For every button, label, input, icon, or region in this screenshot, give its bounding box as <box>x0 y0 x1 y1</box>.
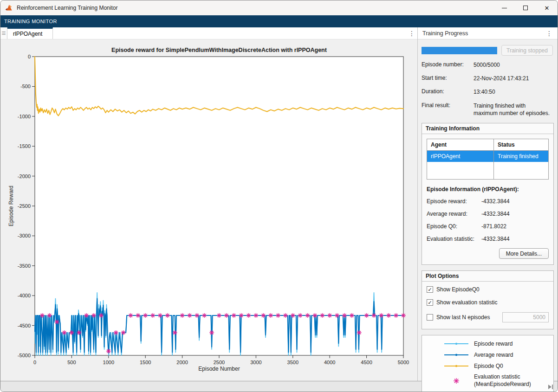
episode-info-title: Episode Information (rlPPOAgent): <box>427 186 549 193</box>
legend-line-episode-q0-icon <box>443 362 469 370</box>
document-actions-menu-icon[interactable]: ⋮ <box>406 27 417 39</box>
x-tick-label: 3500 <box>287 360 298 365</box>
table-empty-row <box>427 162 549 180</box>
field-value: Training finished with maximum number of… <box>474 102 551 117</box>
x-tick-label: 4500 <box>361 360 372 365</box>
training-stopped-button: Training stopped <box>501 45 553 56</box>
x-tick-label: 2000 <box>176 360 188 365</box>
stat-episode-q0: Episode Q0: -871.8022 <box>427 223 549 230</box>
y-tick-label: 0 <box>28 54 31 59</box>
checkbox-label: Show EpisodeQ0 <box>436 286 480 293</box>
y-tick-label: -4500 <box>18 323 31 328</box>
x-tick-label: 4000 <box>324 360 335 365</box>
titlebar: Reinforcement Learning Training Monitor … <box>0 0 558 15</box>
column-status: Status <box>494 139 549 150</box>
stat-label: Average reward: <box>427 211 481 217</box>
checkbox-show-last-n-episodes[interactable] <box>427 314 433 321</box>
field-episode-number: Episode number: 5000/5000 <box>422 61 554 69</box>
expand-panel-icon[interactable] <box>547 384 554 390</box>
x-tick-label: 1000 <box>103 360 114 365</box>
close-icon: ✕ <box>545 5 550 11</box>
app-window: Reinforcement Learning Training Monitor … <box>0 0 558 392</box>
main-area: ☰ rlPPOAgent ⋮ 0500100015002000250030003… <box>0 27 558 381</box>
agent-status-table: Agent Status rlPPOAgent Training finishe… <box>427 139 549 180</box>
legend-asterisk-icon <box>443 377 469 385</box>
y-tick-label: -3000 <box>18 233 31 238</box>
chart-legend: Episode reward Average reward Episode Q0… <box>422 335 554 392</box>
field-final-result: Final result: Training finished with max… <box>422 102 554 117</box>
y-tick-label: -2000 <box>18 174 31 179</box>
legend-label: Average reward <box>474 352 513 359</box>
panel-actions-menu-icon[interactable]: ⋮ <box>544 30 555 37</box>
document-tabstrip: ☰ rlPPOAgent ⋮ <box>0 27 417 39</box>
last-n-episodes-input <box>502 312 549 322</box>
training-information-group: Training Information Agent Status rlPPOA… <box>422 123 554 265</box>
stat-value: -4332.3844 <box>481 198 510 205</box>
field-label: Episode number: <box>422 61 474 69</box>
legend-item-evaluation-statistic: Evaluation statistic (MeanEpisodeReward) <box>443 373 553 388</box>
legend-label: Episode reward <box>474 341 513 348</box>
table-row-rlppoagent[interactable]: rlPPOAgent Training finished <box>427 150 549 162</box>
checkbox-show-episodeq0[interactable]: ✓ <box>427 286 433 293</box>
window-title: Reinforcement Learning Training Monitor <box>17 5 117 11</box>
x-tick-label: 3000 <box>250 360 261 365</box>
checkbox-label: Show evaluation statistic <box>436 299 497 306</box>
stat-label: Evaluation statistic: <box>427 236 481 242</box>
tab-grip-handle[interactable]: ☰ <box>0 27 7 39</box>
toolstrip-tab-training-monitor[interactable]: TRAINING MONITOR <box>0 15 558 27</box>
grip-icon: ☰ <box>2 31 6 36</box>
plot-options-title: Plot Options <box>422 271 553 282</box>
checkbox-label: Show last N episodes <box>436 314 490 321</box>
tab-rlppoagent[interactable]: rlPPOAgent <box>7 27 53 39</box>
stat-label: Episode Q0: <box>427 223 481 230</box>
training-progress-panel: Training Progress ⋮ Training stopped Epi… <box>417 27 558 381</box>
checkbox-row-show-episodeq0[interactable]: ✓ Show EpisodeQ0 <box>427 286 549 293</box>
y-tick-label: -4000 <box>18 293 31 298</box>
panel-title: Training Progress <box>422 30 468 37</box>
y-tick-label: -500 <box>20 84 31 89</box>
y-tick-label: -5000 <box>18 353 31 358</box>
field-label: Final result: <box>422 102 474 117</box>
tabstrip-filler <box>53 27 406 39</box>
matlab-logo-icon <box>5 4 13 12</box>
y-tick-label: -2500 <box>18 203 31 209</box>
toolstrip-label: TRAINING MONITOR <box>4 19 57 24</box>
minimize-button[interactable] <box>493 0 515 15</box>
x-tick-label: 5000 <box>398 360 409 365</box>
column-agent: Agent <box>427 139 494 150</box>
close-button[interactable]: ✕ <box>536 0 558 15</box>
checkbox-row-show-last-n-episodes[interactable]: Show last N episodes <box>427 312 549 322</box>
document-area: ☰ rlPPOAgent ⋮ 0500100015002000250030003… <box>0 27 417 381</box>
x-tick-label: 1500 <box>140 360 151 365</box>
cell-status: Training finished <box>494 150 549 162</box>
training-information-title: Training Information <box>422 123 553 134</box>
panel-body: Training stopped Episode number: 5000/50… <box>418 39 558 392</box>
chart-xlabel: Episode Number <box>198 366 240 372</box>
cell-agent: rlPPOAgent <box>427 150 494 162</box>
stat-episode-reward: Episode reward: -4332.3844 <box>427 198 549 205</box>
x-tick-label: 0 <box>33 360 36 365</box>
more-details-button[interactable]: More Details... <box>499 248 549 259</box>
chart-title: Episode reward for SimplePendlumWithImag… <box>111 47 327 53</box>
figure-area: 0500100015002000250030003500400045005000… <box>0 39 417 381</box>
field-duration: Duration: 13:40:50 <box>422 88 554 96</box>
field-label: Duration: <box>422 88 474 96</box>
legend-line-episode-reward-icon <box>443 340 469 347</box>
tab-label: rlPPOAgent <box>13 31 42 37</box>
x-tick-label: 500 <box>67 360 76 365</box>
y-tick-label: -1000 <box>18 114 31 119</box>
maximize-button[interactable] <box>515 0 536 15</box>
progress-fill <box>422 47 497 54</box>
table-header-row: Agent Status <box>427 139 549 150</box>
checkbox-show-evaluation-statistic[interactable]: ✓ <box>427 299 433 306</box>
field-value: 22-Nov-2024 17:43:21 <box>474 75 551 82</box>
minimize-icon <box>502 8 507 8</box>
maximize-icon <box>523 6 528 10</box>
plot-background <box>35 57 403 355</box>
stat-value: -4332.3844 <box>481 236 510 242</box>
checkbox-row-show-evaluation-statistic[interactable]: ✓ Show evaluation statistic <box>427 299 549 306</box>
legend-item-episode-reward: Episode reward <box>443 340 553 347</box>
panel-header: Training Progress ⋮ <box>418 27 558 39</box>
training-stopped-label: Training stopped <box>506 47 548 54</box>
more-details-label: More Details... <box>506 251 542 257</box>
